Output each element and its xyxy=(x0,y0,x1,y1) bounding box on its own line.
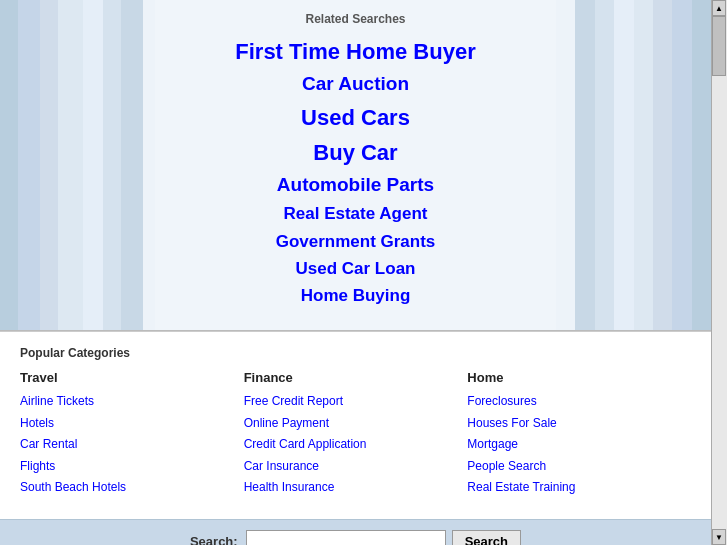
category-link-car-insurance[interactable]: Car Insurance xyxy=(244,456,458,478)
stripe xyxy=(103,0,121,330)
category-link-people-search[interactable]: People Search xyxy=(467,456,681,478)
category-link-online-payment[interactable]: Online Payment xyxy=(244,413,458,435)
search-link-automobile-parts[interactable]: Automobile Parts xyxy=(277,170,434,200)
stripe xyxy=(0,0,18,330)
stripe xyxy=(18,0,40,330)
stripe xyxy=(692,0,711,330)
search-link-first-time-home-buyer[interactable]: First Time Home Buyer xyxy=(235,34,475,69)
scrollbar-track: ▲ ▼ xyxy=(711,0,727,545)
scrollbar-thumb[interactable] xyxy=(712,16,726,76)
scrollbar-up-button[interactable]: ▲ xyxy=(712,0,726,16)
stripe xyxy=(634,0,653,330)
search-input[interactable] xyxy=(246,530,446,545)
category-link-hotels[interactable]: Hotels xyxy=(20,413,234,435)
category-link-car-rental[interactable]: Car Rental xyxy=(20,434,234,456)
category-link-houses-for-sale[interactable]: Houses For Sale xyxy=(467,413,681,435)
search-bar-section: Search: Search xyxy=(0,519,711,545)
stripe xyxy=(614,0,633,330)
stripe xyxy=(556,0,575,330)
search-button[interactable]: Search xyxy=(452,530,521,545)
search-link-government-grants[interactable]: Government Grants xyxy=(276,228,436,255)
stripe xyxy=(575,0,594,330)
category-header-finance: Finance xyxy=(244,370,458,385)
category-col-travel: Travel Airline Tickets Hotels Car Rental… xyxy=(20,370,244,499)
search-link-used-cars[interactable]: Used Cars xyxy=(301,100,410,135)
stripe xyxy=(595,0,614,330)
main-wrapper: Related Searches First Time Home Buyer C… xyxy=(0,0,711,545)
stripe xyxy=(40,0,58,330)
popular-categories-title: Popular Categories xyxy=(20,346,691,360)
category-link-real-estate-training[interactable]: Real Estate Training xyxy=(467,477,681,499)
stripe xyxy=(143,0,155,330)
related-searches-area: Related Searches First Time Home Buyer C… xyxy=(155,0,556,330)
top-section: Related Searches First Time Home Buyer C… xyxy=(0,0,711,330)
search-link-home-buying[interactable]: Home Buying xyxy=(301,282,411,309)
search-link-used-car-loan[interactable]: Used Car Loan xyxy=(296,255,416,282)
search-link-car-auction[interactable]: Car Auction xyxy=(302,69,409,99)
stripe xyxy=(121,0,143,330)
scrollbar-down-button[interactable]: ▼ xyxy=(712,529,726,545)
categories-grid: Travel Airline Tickets Hotels Car Rental… xyxy=(20,370,691,499)
category-link-credit-card-application[interactable]: Credit Card Application xyxy=(244,434,458,456)
related-searches-title: Related Searches xyxy=(305,12,405,26)
category-col-finance: Finance Free Credit Report Online Paymen… xyxy=(244,370,468,499)
left-stripes xyxy=(0,0,155,330)
search-label: Search: xyxy=(190,534,238,545)
categories-section: Popular Categories Travel Airline Ticket… xyxy=(0,331,711,519)
category-header-travel: Travel xyxy=(20,370,234,385)
right-stripes xyxy=(556,0,711,330)
category-link-free-credit-report[interactable]: Free Credit Report xyxy=(244,391,458,413)
category-link-flights[interactable]: Flights xyxy=(20,456,234,478)
category-col-home: Home Foreclosures Houses For Sale Mortga… xyxy=(467,370,691,499)
stripe xyxy=(58,0,83,330)
search-link-buy-car[interactable]: Buy Car xyxy=(313,135,397,170)
category-link-airline-tickets[interactable]: Airline Tickets xyxy=(20,391,234,413)
category-link-foreclosures[interactable]: Foreclosures xyxy=(467,391,681,413)
stripe xyxy=(653,0,672,330)
category-link-mortgage[interactable]: Mortgage xyxy=(467,434,681,456)
category-header-home: Home xyxy=(467,370,681,385)
search-link-real-estate-agent[interactable]: Real Estate Agent xyxy=(284,200,428,227)
category-link-health-insurance[interactable]: Health Insurance xyxy=(244,477,458,499)
stripe xyxy=(83,0,103,330)
stripe xyxy=(672,0,691,330)
category-link-south-beach-hotels[interactable]: South Beach Hotels xyxy=(20,477,234,499)
